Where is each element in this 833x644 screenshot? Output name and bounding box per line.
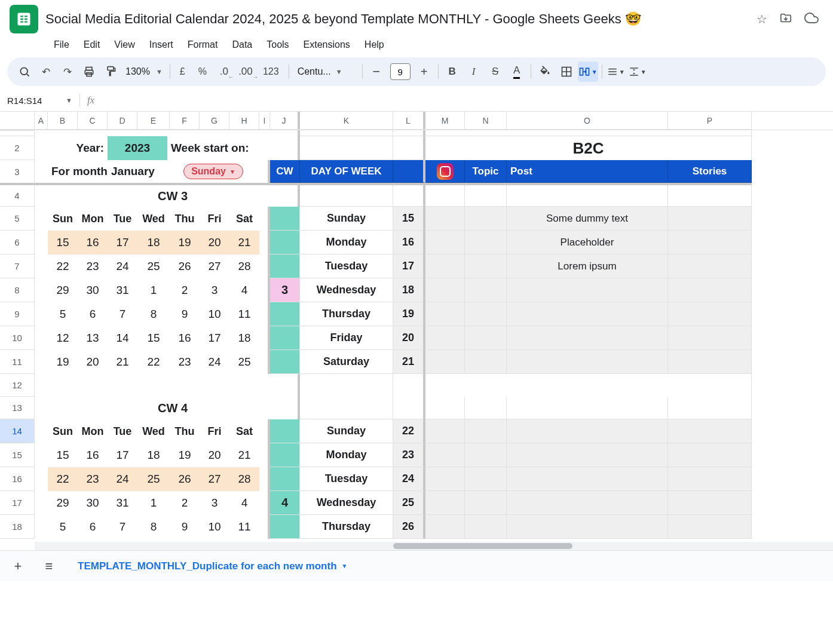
name-box[interactable]: R14:S14 [5,94,59,107]
cal-day[interactable]: 23 [170,350,200,374]
cal-day[interactable]: 27 [200,254,229,278]
cal-day[interactable]: 9 [170,302,200,326]
cal-day[interactable]: 7 [108,515,137,539]
merge-cells-button[interactable]: ▼ [578,62,598,82]
fontsize-decrease-button[interactable]: − [366,62,387,82]
col-A[interactable]: A [35,112,48,129]
col-H[interactable]: H [229,112,259,129]
stories-cell[interactable] [668,326,752,350]
post-cell[interactable] [507,302,668,326]
stories-cell[interactable] [668,443,752,467]
topic-cell[interactable] [425,207,465,231]
undo-icon[interactable]: ↶ [36,62,56,82]
row-18[interactable]: 18 [0,515,35,539]
cal-day[interactable]: 27 [200,467,229,491]
cw-number[interactable]: 4 [270,491,300,515]
cal-day[interactable]: 23 [78,254,108,278]
cloud-icon[interactable] [804,11,819,28]
font-select[interactable]: Centu...▼ [293,66,359,77]
move-icon[interactable] [779,11,792,27]
cal-day[interactable]: 29 [48,491,78,515]
cal-day[interactable]: 5 [48,302,78,326]
row-8[interactable]: 8 [0,278,35,302]
cal-day[interactable]: 31 [108,491,137,515]
daynum-cell[interactable]: 15 [393,207,425,231]
percent-button[interactable]: % [192,62,213,82]
cal-day[interactable]: 1 [137,278,170,302]
cal-day[interactable]: 29 [48,278,78,302]
fontsize-increase-button[interactable]: + [414,62,434,82]
dow-cell[interactable]: Thursday [300,302,393,326]
cal-day[interactable]: 15 [48,231,78,254]
stories-cell[interactable] [668,491,752,515]
fill-color-button[interactable] [535,62,555,82]
topic-cell[interactable] [465,491,507,515]
row-6[interactable]: 6 [0,231,35,254]
row-11[interactable]: 11 [0,350,35,374]
cal-day[interactable]: 17 [200,326,229,350]
stories-cell[interactable] [668,254,752,278]
cal-day[interactable]: 21 [229,231,259,254]
menu-data[interactable]: Data [226,36,258,54]
stories-cell[interactable] [668,302,752,326]
col-O[interactable]: O [507,112,668,129]
cal-day[interactable]: 3 [200,491,229,515]
stories-cell[interactable] [668,231,752,254]
cal-day[interactable]: 14 [108,326,137,350]
post-cell[interactable]: Placeholder [507,231,668,254]
menu-extensions[interactable]: Extensions [298,36,356,54]
topic-cell[interactable] [425,254,465,278]
cal-day[interactable]: 22 [137,350,170,374]
cal-day[interactable]: 19 [170,443,200,467]
daynum-cell[interactable]: 23 [393,443,425,467]
cal-day[interactable]: 28 [229,467,259,491]
topic-cell[interactable] [425,231,465,254]
cal-day[interactable]: 8 [137,515,170,539]
cal-day[interactable]: 19 [170,231,200,254]
cal-day[interactable]: 26 [170,254,200,278]
dow-cell[interactable]: Tuesday [300,467,393,491]
dow-cell[interactable]: Monday [300,231,393,254]
cal-day[interactable]: 31 [108,278,137,302]
topic-cell[interactable] [465,443,507,467]
topic-cell[interactable] [465,326,507,350]
namebox-dropdown-icon[interactable]: ▼ [66,97,72,104]
cal-day[interactable]: 18 [137,231,170,254]
cal-day[interactable]: 4 [229,278,259,302]
row-16[interactable]: 16 [0,467,35,491]
cal-day[interactable]: 5 [48,515,78,539]
cal-day[interactable]: 2 [170,278,200,302]
row-12[interactable]: 12 [0,374,35,397]
cal-day[interactable]: 15 [48,443,78,467]
fontsize-input[interactable] [390,63,411,80]
cal-day[interactable]: 17 [108,231,137,254]
row-7[interactable]: 7 [0,254,35,278]
cal-day[interactable]: 13 [78,326,108,350]
stories-cell[interactable] [668,515,752,539]
formula-bar[interactable] [102,93,828,108]
col-I[interactable]: I [259,112,270,129]
menu-insert[interactable]: Insert [143,36,179,54]
dow-cell[interactable]: Saturday [300,350,393,374]
redo-icon[interactable]: ↷ [57,62,78,82]
col-P[interactable]: P [668,112,752,129]
paint-format-icon[interactable] [100,62,121,82]
cal-day[interactable]: 11 [229,302,259,326]
decrease-decimal-button[interactable]: .0← [214,62,234,82]
cw-number[interactable]: 3 [270,278,300,302]
daynum-cell[interactable]: 17 [393,254,425,278]
topic-cell[interactable] [425,515,465,539]
cal-day[interactable]: 22 [48,254,78,278]
cal-day[interactable]: 30 [78,278,108,302]
cal-day[interactable]: 18 [137,443,170,467]
search-icon[interactable] [14,62,35,82]
bold-button[interactable]: B [442,62,463,82]
dow-cell[interactable]: Sunday [300,419,393,443]
col-M[interactable]: M [425,112,465,129]
topic-cell[interactable] [425,278,465,302]
topic-cell[interactable] [465,419,507,443]
cal-day[interactable]: 8 [137,302,170,326]
cal-day[interactable]: 22 [48,467,78,491]
stories-cell[interactable] [668,278,752,302]
print-icon[interactable] [79,62,99,82]
